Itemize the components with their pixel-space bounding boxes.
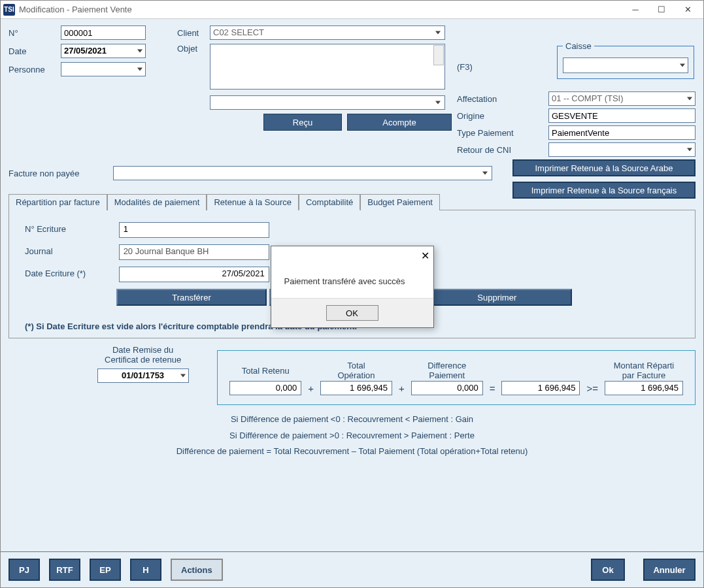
hint-formula: Différence de paiement = Total Recouvrem…: [8, 444, 696, 460]
ep-button[interactable]: EP: [90, 559, 121, 581]
recu-button[interactable]: Reçu: [263, 114, 342, 131]
caisse-select[interactable]: [563, 57, 688, 73]
result-value: 1 696,945: [501, 381, 580, 395]
dialog-ok-button[interactable]: OK: [326, 305, 378, 321]
pj-button[interactable]: PJ: [8, 559, 40, 581]
necriture-value: 1: [119, 222, 269, 238]
personne-select[interactable]: [61, 62, 146, 76]
date-ecriture-value[interactable]: 27/05/2021: [119, 267, 269, 282]
facture-select[interactable]: [113, 166, 492, 180]
total-operation-value: 1 696,945: [320, 381, 392, 395]
no-label: N°: [8, 28, 61, 38]
total-operation-header: Total Opération: [337, 360, 375, 381]
app-logo: TSI: [3, 4, 15, 16]
imprimer-arabe-button[interactable]: Imprimer Retenue à la Source Arabe: [512, 159, 696, 176]
rtf-button[interactable]: RTF: [49, 559, 80, 581]
client-label: Client: [177, 28, 210, 38]
objet-textarea[interactable]: [210, 44, 445, 90]
dialog-close-icon[interactable]: ✕: [421, 250, 429, 262]
footer: PJ RTF EP H Actions Ok Annuler: [1, 551, 703, 587]
affectation-label: Affectation: [457, 94, 548, 104]
journal-label: Journal: [25, 246, 116, 256]
montant-reparti-header: Montant Réparti par Facture: [614, 360, 675, 381]
supprimer-button[interactable]: Supprimer: [422, 289, 572, 306]
cert-label-2: Certificat de retenue: [80, 355, 205, 365]
gte: >=: [586, 383, 598, 395]
caisse-group: Caisse: [557, 41, 694, 79]
maximize-button[interactable]: ☐: [648, 2, 675, 18]
app-window: TSI Modification - Paiement Vente ─ ☐ ✕ …: [0, 0, 704, 588]
no-input[interactable]: [61, 25, 146, 40]
retour-cni-select[interactable]: [548, 142, 696, 157]
client-hint: (F3): [457, 62, 548, 72]
personne-label: Personne: [8, 65, 61, 74]
transferer-button[interactable]: Transférer: [116, 289, 267, 306]
tab-comptabilite[interactable]: Comptabilité: [299, 194, 360, 210]
success-dialog: ✕ Paiement transféré avec succès OK: [271, 246, 434, 328]
hint-gain: Si Différence de paiement <0 : Recouvrem…: [8, 412, 696, 428]
caisse-legend: Caisse: [563, 41, 594, 51]
titlebar: TSI Modification - Paiement Vente ─ ☐ ✕: [1, 1, 703, 19]
journal-value: 20 Journal Banque BH: [119, 244, 269, 260]
type-paiement-label: Type Paiement: [457, 128, 548, 138]
actions-button[interactable]: Actions: [171, 559, 223, 581]
hint-perte: Si Différence de paiement >0 : Recouvrem…: [8, 428, 696, 444]
close-button[interactable]: ✕: [675, 2, 701, 18]
cert-date-picker[interactable]: 01/01/1753: [97, 368, 189, 383]
retour-cni-label: Retour de CNI: [457, 145, 548, 155]
cert-label-1: Date Remise du: [80, 345, 205, 355]
ok-button[interactable]: Ok: [591, 559, 625, 581]
total-retenu-value: 0,000: [229, 381, 301, 395]
extra-select[interactable]: [210, 95, 445, 110]
summary-box: Total Retenu 0,000 + Total Opération 1 6…: [217, 350, 696, 405]
acompte-button[interactable]: Acompte: [347, 114, 452, 131]
tab-repartition[interactable]: Répartition par facture: [8, 194, 107, 210]
difference-header: Difference Paiement: [427, 360, 466, 381]
equals: =: [490, 383, 495, 395]
montant-reparti-value: 1 696,945: [605, 381, 683, 395]
origine-input[interactable]: [548, 108, 696, 123]
minimize-button[interactable]: ─: [622, 2, 648, 18]
date-picker[interactable]: 27/05/2021: [61, 44, 146, 58]
type-paiement-input[interactable]: [548, 125, 696, 140]
objet-label: Objet: [177, 44, 210, 54]
content-area: Caisse N° Date 27/05/2021 Personne: [1, 19, 703, 587]
facture-label: Facture non payée: [8, 169, 113, 178]
dialog-message: Paiement transféré avec succès: [271, 265, 433, 298]
client-select[interactable]: C02 SELECT: [210, 25, 445, 40]
date-label: Date: [8, 46, 61, 56]
tab-modalites[interactable]: Modalités de paiement: [107, 194, 207, 210]
total-retenu-header: Total Retenu: [242, 360, 290, 381]
tab-retenue[interactable]: Retenue à la Source: [207, 194, 299, 210]
plus-1: +: [308, 383, 314, 395]
window-title: Modification - Paiement Vente: [19, 5, 622, 14]
h-button[interactable]: H: [130, 559, 161, 581]
tab-budget[interactable]: Budget Paiement: [360, 194, 440, 210]
affectation-select[interactable]: 01 -- COMPT (TSI): [548, 91, 696, 106]
necriture-label: N° Ecriture: [25, 224, 116, 234]
plus-2: +: [399, 383, 405, 395]
annuler-button[interactable]: Annuler: [643, 559, 696, 581]
objet-scrollbar[interactable]: [433, 45, 444, 65]
hints: Si Différence de paiement <0 : Recouvrem…: [8, 412, 696, 460]
imprimer-francais-button[interactable]: Imprimer Retenue à la Source français: [512, 182, 696, 199]
date-ecriture-label: Date Ecriture (*): [25, 269, 116, 278]
origine-label: Origine: [457, 111, 548, 121]
difference-value: 0,000: [411, 381, 483, 395]
